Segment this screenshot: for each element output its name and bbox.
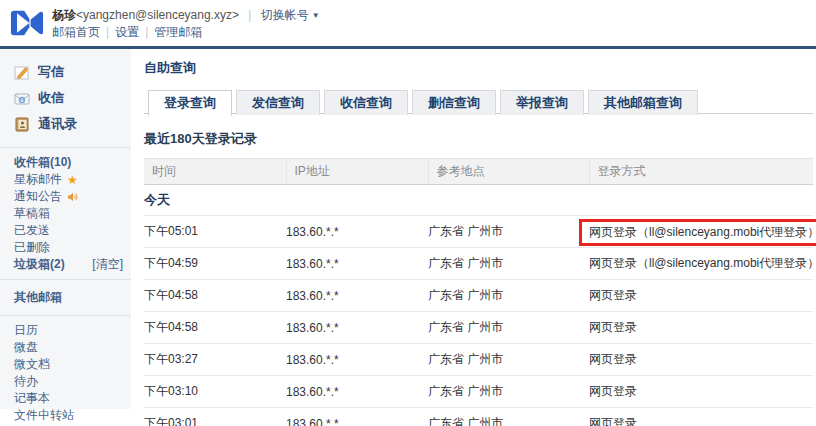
chevron-down-icon: ▼: [312, 11, 320, 20]
user-email: <yangzhen@silenceyang.xyz>: [76, 8, 239, 22]
sidebar-divider: [0, 279, 131, 280]
app-label: 微盘: [14, 341, 38, 354]
sidebar-item-docs[interactable]: 微文档: [0, 356, 131, 373]
app-label: 记事本: [14, 392, 50, 405]
separator: |: [248, 8, 251, 22]
cell-ip: 183.60.*.*: [286, 376, 428, 408]
sidebar-item-starred[interactable]: 星标邮件★: [0, 171, 131, 188]
folder-label: 星标邮件: [14, 173, 62, 186]
cell-method: 网页登录: [589, 312, 813, 344]
sidebar-item-receive[interactable]: 收信: [0, 85, 131, 111]
header-nav: 邮箱首页|设置|管理邮箱: [52, 24, 320, 40]
table-row: 下午03:27 183.60.*.* 广东省 广州市 网页登录: [144, 344, 813, 376]
table-row: 下午03:01 183.60.*.* 广东省 广州市 网页登录: [144, 408, 813, 426]
folder-label: 垃圾箱(2): [14, 258, 65, 271]
sidebar-item-compose[interactable]: 写信: [0, 59, 131, 85]
empty-junk-link[interactable]: [清空]: [92, 258, 123, 271]
login-records-table: 时间 IP地址 参考地点 登录方式 今天 下午05:01 183.60.*.* …: [144, 158, 813, 426]
sidebar-item-notes[interactable]: 记事本: [0, 390, 131, 407]
sidebar-item-inbox[interactable]: 收件箱(10): [0, 154, 131, 171]
separator: |: [145, 25, 148, 39]
cell-time: 下午04:58: [144, 280, 286, 312]
page-title: 自助查询: [144, 59, 813, 77]
cell-time: 下午04:59: [144, 248, 286, 280]
cell-method: 网页登录: [589, 376, 813, 408]
cell-ip: 183.60.*.*: [286, 312, 428, 344]
sidebar-item-sent[interactable]: 已发送: [0, 222, 131, 239]
sidebar-item-deleted[interactable]: 已删除: [0, 239, 131, 256]
table-row: 下午05:01 183.60.*.* 广东省 广州市 网页登录（ll@silen…: [144, 216, 813, 248]
sidebar-item-todo[interactable]: 待办: [0, 373, 131, 390]
cell-method: 网页登录: [589, 344, 813, 376]
cell-time: 下午03:01: [144, 408, 286, 426]
table-header-row: 时间 IP地址 参考地点 登录方式: [144, 159, 813, 185]
cell-location: 广东省 广州市: [428, 408, 589, 426]
account-info: 杨珍<yangzhen@silenceyang.xyz> | 切换帐号▼: [52, 7, 320, 24]
column-header-time: 时间: [144, 159, 286, 185]
tab-receive-query[interactable]: 收信查询: [324, 90, 408, 115]
query-tabs: 登录查询发信查询收信查询删信查询举报查询其他邮箱查询: [144, 89, 813, 114]
tab-delete-query[interactable]: 删信查询: [412, 90, 496, 115]
column-header-location: 参考地点: [428, 159, 589, 185]
folder-label: 草稿箱: [14, 207, 50, 220]
table-row: 下午04:58 183.60.*.* 广东省 广州市 网页登录: [144, 312, 813, 344]
contacts-icon: [14, 117, 30, 132]
sidebar-divider: [0, 147, 131, 148]
speaker-icon: [67, 192, 78, 202]
sidebar-item-contacts[interactable]: 通讯录: [0, 111, 131, 137]
sidebar: 写信 收信 通讯录: [0, 49, 131, 409]
mailbox-home-link[interactable]: 邮箱首页: [52, 25, 100, 39]
sidebar-item-junk[interactable]: 垃圾箱(2)[清空]: [0, 256, 131, 273]
table-row: 下午03:10 183.60.*.* 广东省 广州市 网页登录: [144, 376, 813, 408]
cell-ip: 183.60.*.*: [286, 216, 428, 248]
cell-time: 下午04:58: [144, 312, 286, 344]
switch-account-link[interactable]: 切换帐号▼: [261, 8, 320, 22]
separator: |: [106, 25, 109, 39]
cell-time: 下午05:01: [144, 216, 286, 248]
sidebar-item-drive[interactable]: 微盘: [0, 339, 131, 356]
table-row: 下午04:59 183.60.*.* 广东省 广州市 网页登录（ll@silen…: [144, 248, 813, 280]
app-label: 微文档: [14, 358, 50, 371]
table-row: 下午04:58 183.60.*.* 广东省 广州市 网页登录: [144, 280, 813, 312]
cell-location: 广东省 广州市: [428, 344, 589, 376]
cell-ip: 183.60.*.*: [286, 248, 428, 280]
sidebar-item-file-transfer[interactable]: 文件中转站: [0, 407, 131, 424]
app-label: 日历: [14, 324, 38, 337]
tab-report-query[interactable]: 举报查询: [500, 90, 584, 115]
manage-mailbox-link[interactable]: 管理邮箱: [154, 25, 202, 39]
sidebar-item-label: 写信: [38, 63, 64, 81]
sidebar-item-other-mailbox[interactable]: 其他邮箱: [0, 286, 131, 309]
settings-link[interactable]: 设置: [115, 25, 139, 39]
folder-label: 已发送: [14, 224, 50, 237]
column-header-method: 登录方式: [589, 159, 813, 185]
user-name: 杨珍: [52, 8, 76, 22]
group-label: 今天: [144, 185, 813, 216]
sidebar-item-drafts[interactable]: 草稿箱: [0, 205, 131, 222]
envelope-icon: [14, 91, 30, 106]
top-header: 杨珍<yangzhen@silenceyang.xyz> | 切换帐号▼ 邮箱首…: [0, 0, 816, 46]
sidebar-item-announcements[interactable]: 通知公告: [0, 188, 131, 205]
folder-label: 已删除: [14, 241, 50, 254]
cell-time: 下午03:10: [144, 376, 286, 408]
section-title: 最近180天登录记录: [144, 130, 813, 148]
cell-ip: 183.60.*.*: [286, 344, 428, 376]
highlight-red-box: 网页登录（ll@silenceyang.mobi代理登录）: [579, 219, 816, 246]
app-label: 文件中转站: [14, 409, 74, 422]
cell-method: 网页登录（ll@silenceyang.mobi代理登录）: [589, 248, 813, 280]
cell-time: 下午03:27: [144, 344, 286, 376]
app-label: 待办: [14, 375, 38, 388]
table-group-row: 今天: [144, 185, 813, 216]
tab-login-query[interactable]: 登录查询: [148, 90, 232, 116]
sidebar-item-label: 通讯录: [38, 115, 77, 133]
cell-method: 网页登录（ll@silenceyang.mobi代理登录）: [589, 216, 813, 248]
tab-other-mailbox-query[interactable]: 其他邮箱查询: [588, 90, 698, 115]
pencil-icon: [14, 65, 30, 80]
sidebar-item-calendar[interactable]: 日历: [0, 322, 131, 339]
coremail-logo[interactable]: [10, 8, 44, 38]
tab-send-query[interactable]: 发信查询: [236, 90, 320, 115]
cell-ip: 183.60.*.*: [286, 408, 428, 426]
cell-location: 广东省 广州市: [428, 248, 589, 280]
cell-location: 广东省 广州市: [428, 280, 589, 312]
cell-method: 网页登录: [589, 280, 813, 312]
folder-label: 通知公告: [14, 190, 62, 203]
